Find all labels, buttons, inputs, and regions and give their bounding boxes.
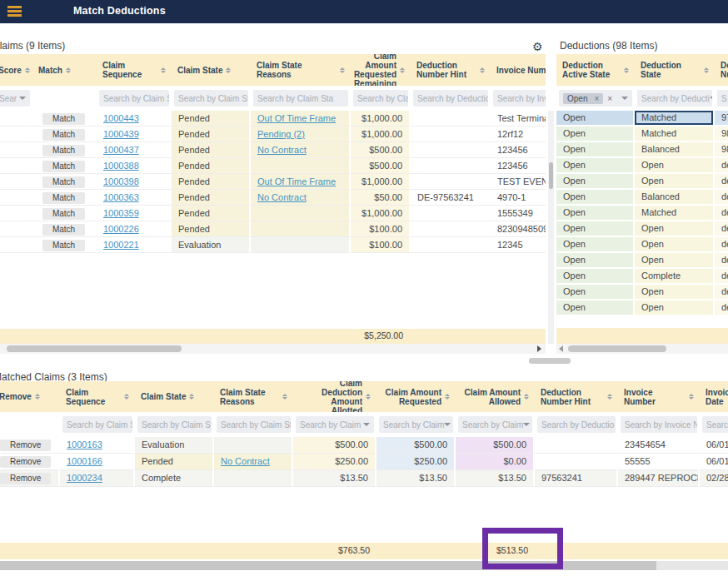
invoice-date-search-input[interactable]: Search — [702, 416, 728, 433]
claim-state-reasons-search-input[interactable]: Search by Claim Sta — [217, 416, 291, 433]
column-header-claim-amount-requested-remaining[interactable]: Claim Amount Requested Remaining — [351, 54, 411, 86]
sort-arrows-icon[interactable] — [624, 67, 629, 73]
hamburger-menu-icon[interactable] — [7, 6, 22, 17]
requested-filter-select[interactable]: Search by Claim — [379, 416, 453, 433]
sort-arrows-icon[interactable] — [445, 394, 450, 400]
deduction-table-row[interactable]: OpenOpende — [556, 285, 728, 300]
sort-arrows-icon[interactable] — [340, 67, 345, 73]
column-header-deduction-number-hint[interactable]: Deduction Number Hint — [411, 54, 491, 86]
deduction-table-row[interactable]: OpenBalanced98 — [556, 142, 728, 158]
splitter-handle[interactable] — [529, 358, 571, 364]
match-button[interactable]: Match — [42, 208, 85, 220]
claim-state-reason-link[interactable]: Out Of Time Frame — [257, 176, 336, 186]
claim-state-filter-select[interactable]: Search by Claim S — [174, 90, 248, 107]
sort-arrows-icon[interactable] — [480, 67, 485, 73]
sort-arrows-icon[interactable] — [524, 394, 529, 400]
sort-arrows-icon[interactable] — [189, 394, 194, 400]
column-header-claim-sequence[interactable]: Claim Sequence — [60, 381, 135, 412]
clear-filter-x-icon[interactable]: × — [607, 94, 612, 103]
column-header-deduction-active-state[interactable]: Deduction Active State — [556, 54, 635, 86]
claim-state-filter-select[interactable]: Search by Claim S — [137, 416, 212, 433]
match-button[interactable]: Match — [42, 224, 85, 236]
column-header-claim-sequence[interactable]: Claim Sequence — [97, 54, 172, 86]
column-header-remove[interactable]: Remove — [0, 381, 60, 412]
claim-sequence-link[interactable]: 1000443 — [103, 113, 139, 123]
claims-hscroll-thumb[interactable] — [7, 345, 182, 352]
deduction-table-row[interactable]: OpenOpende — [556, 253, 728, 269]
claim-state-reason-link[interactable]: Out Of Time Frame — [257, 113, 336, 123]
sort-arrows-icon[interactable] — [35, 394, 40, 400]
column-header-claim-amount-requested[interactable]: Claim Amount Requested — [376, 381, 456, 412]
deduction-active-state-filter[interactable]: Open× × — [559, 90, 632, 107]
deduction-hint-search-input[interactable]: Search by Deductio — [537, 416, 616, 433]
sort-arrows-icon[interactable] — [366, 394, 371, 400]
remove-button[interactable]: Remove — [0, 439, 51, 451]
column-header-claim-amount-allowed[interactable]: Claim Amount Allowed — [456, 381, 535, 412]
column-header-claim-state-reasons[interactable]: Claim State Reasons — [214, 381, 293, 412]
claim-sequence-link[interactable]: 1000388 — [103, 161, 139, 171]
deduction-table-row[interactable]: OpenCompletede — [556, 269, 728, 285]
deduction-table-row[interactable]: OpenMatched98 — [556, 127, 728, 142]
claim-sequence-search-input[interactable]: Search by Claim Se — [99, 90, 169, 107]
sort-arrows-icon[interactable] — [400, 67, 405, 73]
claim-sequence-link[interactable]: 1000226 — [103, 224, 139, 234]
sort-arrows-icon[interactable] — [161, 67, 166, 73]
claim-sequence-link[interactable]: 1000166 — [67, 456, 102, 466]
claim-sequence-link[interactable]: 1000439 — [103, 129, 139, 139]
sort-arrows-icon[interactable] — [607, 394, 612, 400]
claim-sequence-search-input[interactable]: Search by Claim Se — [62, 416, 132, 433]
column-header-deduction-state[interactable]: Deduction State — [635, 54, 715, 86]
chip-x-icon[interactable]: × — [594, 94, 599, 103]
claim-sequence-link[interactable]: 1000163 — [67, 439, 102, 449]
match-button[interactable]: Match — [42, 192, 85, 204]
match-button[interactable]: Match — [42, 113, 85, 125]
deduction-table-row[interactable]: OpenOpende — [556, 300, 728, 316]
claim-sequence-link[interactable]: 1000234 — [67, 473, 102, 483]
match-button[interactable]: Match — [42, 145, 85, 156]
deduction-table-row[interactable]: OpenOpende — [556, 174, 728, 190]
invoice-number-search-input[interactable]: Search by Invoice N — [621, 416, 697, 433]
allotted-filter-select[interactable]: Search by Claim — [296, 416, 374, 433]
deduction-number-search-input[interactable]: S — [717, 90, 728, 107]
claim-sequence-link[interactable]: 1000363 — [103, 192, 139, 202]
score-filter-select[interactable]: Sear — [0, 90, 30, 107]
match-button[interactable]: Match — [42, 176, 85, 188]
column-header-claim-state[interactable]: Claim State — [135, 381, 214, 412]
claim-state-reason-link[interactable]: Pending (2) — [257, 129, 305, 139]
match-button[interactable]: Match — [42, 129, 85, 141]
deduction-table-row[interactable]: OpenBalancedde — [556, 190, 728, 206]
claim-state-reason-link[interactable]: No Contract — [221, 456, 270, 466]
deductions-vscroll-thumb[interactable] — [549, 162, 553, 189]
column-header-invoice-number[interactable]: Invoice Number — [618, 381, 700, 412]
sort-arrows-icon[interactable] — [282, 394, 287, 400]
sort-arrows-icon[interactable] — [25, 67, 30, 73]
deduction-hint-search-input[interactable]: Search by Deductio — [413, 90, 488, 107]
sort-arrows-icon[interactable] — [689, 394, 694, 400]
claim-sequence-link[interactable]: 1000359 — [103, 208, 139, 218]
match-button[interactable]: Match — [42, 161, 85, 172]
invoice-number-search-input[interactable]: Search by Invoi — [493, 90, 546, 107]
column-header-deduction-number[interactable]: Deduction Number — [715, 54, 728, 86]
deductions-hscroll-thumb[interactable] — [568, 345, 666, 352]
column-header-score[interactable]: Score — [0, 54, 32, 86]
scroll-right-arrow-icon[interactable] — [537, 345, 541, 352]
remove-button[interactable]: Remove — [0, 473, 51, 484]
match-button[interactable]: Match — [42, 240, 85, 251]
column-header-deduction-number-hint[interactable]: Deduction Number Hint — [535, 381, 618, 412]
deduction-table-row[interactable]: OpenMatched97 — [556, 111, 728, 127]
sort-arrows-icon[interactable] — [66, 67, 71, 73]
sort-arrows-icon[interactable] — [124, 394, 129, 400]
claim-sequence-link[interactable]: 1000221 — [103, 240, 139, 250]
claim-state-reason-link[interactable]: No Contract — [257, 192, 307, 202]
column-header-invoice-number[interactable]: Invoice Number — [491, 54, 546, 86]
remove-button[interactable]: Remove — [0, 456, 51, 468]
column-header-match[interactable]: Match — [32, 54, 97, 86]
column-header-invoice-date[interactable]: Invoice Date — [700, 381, 728, 412]
sort-arrows-icon[interactable] — [704, 67, 709, 73]
gear-icon[interactable]: ⚙ — [532, 41, 543, 52]
deduction-table-row[interactable]: OpenOpende — [556, 237, 728, 253]
sort-arrows-icon[interactable] — [226, 67, 231, 73]
claim-state-reason-link[interactable]: No Contract — [257, 145, 307, 155]
claim-amount-filter-select[interactable]: Search by Claim — [353, 90, 408, 107]
deduction-table-row[interactable]: OpenMatchedde — [556, 206, 728, 221]
